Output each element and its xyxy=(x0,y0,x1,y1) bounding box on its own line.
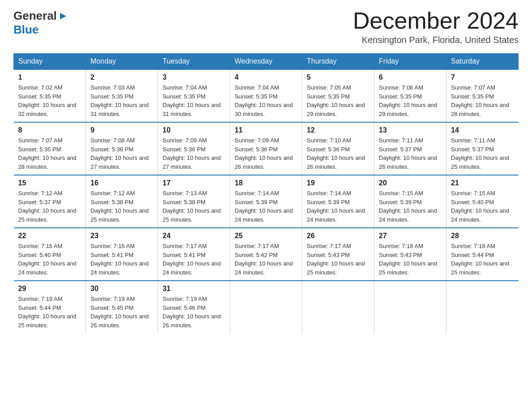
table-row: 5Sunrise: 7:05 AMSunset: 5:35 PMDaylight… xyxy=(302,69,374,122)
day-number: 7 xyxy=(451,73,514,81)
table-row: 30Sunrise: 7:19 AMSunset: 5:45 PMDayligh… xyxy=(86,281,158,333)
table-row: 27Sunrise: 7:18 AMSunset: 5:43 PMDayligh… xyxy=(374,228,446,281)
calendar-week-row: 29Sunrise: 7:19 AMSunset: 5:44 PMDayligh… xyxy=(14,281,519,333)
day-number: 18 xyxy=(235,179,297,187)
day-info: Sunrise: 7:11 AMSunset: 5:37 PMDaylight:… xyxy=(379,136,442,171)
table-row: 6Sunrise: 7:06 AMSunset: 5:35 PMDaylight… xyxy=(374,69,446,122)
calendar-week-row: 15Sunrise: 7:12 AMSunset: 5:37 PMDayligh… xyxy=(14,175,519,228)
table-row: 21Sunrise: 7:15 AMSunset: 5:40 PMDayligh… xyxy=(446,175,519,228)
logo-blue-text: Blue xyxy=(13,23,39,37)
day-number: 24 xyxy=(163,232,225,240)
calendar-header-row: Sunday Monday Tuesday Wednesday Thursday… xyxy=(14,54,519,70)
day-info: Sunrise: 7:12 AMSunset: 5:37 PMDaylight:… xyxy=(18,189,82,224)
col-monday: Monday xyxy=(86,54,158,70)
table-row: 19Sunrise: 7:14 AMSunset: 5:39 PMDayligh… xyxy=(302,175,374,228)
day-info: Sunrise: 7:18 AMSunset: 5:44 PMDaylight:… xyxy=(451,242,514,277)
day-number: 16 xyxy=(90,179,153,187)
day-info: Sunrise: 7:14 AMSunset: 5:39 PMDaylight:… xyxy=(235,189,297,224)
table-row: 25Sunrise: 7:17 AMSunset: 5:42 PMDayligh… xyxy=(230,228,302,281)
calendar-week-row: 1Sunrise: 7:02 AMSunset: 5:35 PMDaylight… xyxy=(14,69,519,122)
day-info: Sunrise: 7:17 AMSunset: 5:41 PMDaylight:… xyxy=(163,242,225,277)
day-info: Sunrise: 7:07 AMSunset: 5:35 PMDaylight:… xyxy=(18,136,82,171)
day-info: Sunrise: 7:05 AMSunset: 5:35 PMDaylight:… xyxy=(307,83,369,118)
svg-marker-0 xyxy=(60,13,66,19)
day-number: 28 xyxy=(451,232,514,240)
table-row: 31Sunrise: 7:19 AMSunset: 5:46 PMDayligh… xyxy=(158,281,230,333)
table-row: 16Sunrise: 7:12 AMSunset: 5:38 PMDayligh… xyxy=(86,175,158,228)
day-number: 13 xyxy=(379,126,442,134)
table-row: 7Sunrise: 7:07 AMSunset: 5:35 PMDaylight… xyxy=(446,69,519,122)
day-info: Sunrise: 7:04 AMSunset: 5:35 PMDaylight:… xyxy=(163,83,225,118)
day-info: Sunrise: 7:17 AMSunset: 5:42 PMDaylight:… xyxy=(235,242,297,277)
title-area: December 2024 Kensington Park, Florida, … xyxy=(353,9,519,45)
day-number: 6 xyxy=(379,73,442,81)
day-number: 15 xyxy=(18,179,82,187)
col-sunday: Sunday xyxy=(14,54,86,70)
day-info: Sunrise: 7:16 AMSunset: 5:41 PMDaylight:… xyxy=(90,242,153,277)
day-info: Sunrise: 7:14 AMSunset: 5:39 PMDaylight:… xyxy=(307,189,369,224)
table-row: 22Sunrise: 7:16 AMSunset: 5:40 PMDayligh… xyxy=(14,228,86,281)
col-thursday: Thursday xyxy=(302,54,374,70)
day-info: Sunrise: 7:17 AMSunset: 5:43 PMDaylight:… xyxy=(307,242,369,277)
table-row: 11Sunrise: 7:09 AMSunset: 5:36 PMDayligh… xyxy=(230,122,302,175)
calendar-table: Sunday Monday Tuesday Wednesday Thursday… xyxy=(13,53,519,333)
logo: General Blue xyxy=(13,9,68,37)
day-info: Sunrise: 7:19 AMSunset: 5:44 PMDaylight:… xyxy=(18,295,82,330)
day-info: Sunrise: 7:18 AMSunset: 5:43 PMDaylight:… xyxy=(379,242,442,277)
table-row: 26Sunrise: 7:17 AMSunset: 5:43 PMDayligh… xyxy=(302,228,374,281)
day-info: Sunrise: 7:09 AMSunset: 5:36 PMDaylight:… xyxy=(163,136,225,171)
day-number: 17 xyxy=(163,179,225,187)
logo-arrow-icon xyxy=(58,11,68,21)
day-number: 21 xyxy=(451,179,514,187)
table-row: 8Sunrise: 7:07 AMSunset: 5:35 PMDaylight… xyxy=(14,122,86,175)
day-info: Sunrise: 7:15 AMSunset: 5:40 PMDaylight:… xyxy=(451,189,514,224)
day-info: Sunrise: 7:09 AMSunset: 5:36 PMDaylight:… xyxy=(235,136,297,171)
table-row: 23Sunrise: 7:16 AMSunset: 5:41 PMDayligh… xyxy=(86,228,158,281)
day-number: 19 xyxy=(307,179,369,187)
col-saturday: Saturday xyxy=(446,54,519,70)
day-number: 1 xyxy=(18,73,82,81)
day-number: 14 xyxy=(451,126,514,134)
logo-general-text: General xyxy=(13,9,57,23)
col-friday: Friday xyxy=(374,54,446,70)
day-number: 10 xyxy=(163,126,225,134)
day-info: Sunrise: 7:19 AMSunset: 5:45 PMDaylight:… xyxy=(90,295,153,330)
table-row: 13Sunrise: 7:11 AMSunset: 5:37 PMDayligh… xyxy=(374,122,446,175)
day-info: Sunrise: 7:16 AMSunset: 5:40 PMDaylight:… xyxy=(18,242,82,277)
day-number: 2 xyxy=(90,73,153,81)
day-info: Sunrise: 7:02 AMSunset: 5:35 PMDaylight:… xyxy=(18,83,82,118)
day-info: Sunrise: 7:10 AMSunset: 5:36 PMDaylight:… xyxy=(307,136,369,171)
table-row: 1Sunrise: 7:02 AMSunset: 5:35 PMDaylight… xyxy=(14,69,86,122)
day-number: 22 xyxy=(18,232,82,240)
table-row: 3Sunrise: 7:04 AMSunset: 5:35 PMDaylight… xyxy=(158,69,230,122)
table-row: 28Sunrise: 7:18 AMSunset: 5:44 PMDayligh… xyxy=(446,228,519,281)
day-info: Sunrise: 7:19 AMSunset: 5:46 PMDaylight:… xyxy=(163,295,225,330)
day-number: 25 xyxy=(235,232,297,240)
day-info: Sunrise: 7:04 AMSunset: 5:35 PMDaylight:… xyxy=(235,83,297,118)
day-number: 26 xyxy=(307,232,369,240)
day-number: 29 xyxy=(18,285,82,293)
day-number: 9 xyxy=(90,126,153,134)
page-header: General Blue December 2024 Kensington Pa… xyxy=(13,9,519,45)
day-info: Sunrise: 7:12 AMSunset: 5:38 PMDaylight:… xyxy=(90,189,153,224)
day-number: 27 xyxy=(379,232,442,240)
table-row: 29Sunrise: 7:19 AMSunset: 5:44 PMDayligh… xyxy=(14,281,86,333)
col-wednesday: Wednesday xyxy=(230,54,302,70)
day-number: 12 xyxy=(307,126,369,134)
day-info: Sunrise: 7:06 AMSunset: 5:35 PMDaylight:… xyxy=(379,83,442,118)
table-row: 14Sunrise: 7:11 AMSunset: 5:37 PMDayligh… xyxy=(446,122,519,175)
day-number: 23 xyxy=(90,232,153,240)
table-row xyxy=(446,281,519,333)
col-tuesday: Tuesday xyxy=(158,54,230,70)
table-row: 4Sunrise: 7:04 AMSunset: 5:35 PMDaylight… xyxy=(230,69,302,122)
table-row xyxy=(302,281,374,333)
table-row: 24Sunrise: 7:17 AMSunset: 5:41 PMDayligh… xyxy=(158,228,230,281)
calendar-week-row: 22Sunrise: 7:16 AMSunset: 5:40 PMDayligh… xyxy=(14,228,519,281)
table-row: 12Sunrise: 7:10 AMSunset: 5:36 PMDayligh… xyxy=(302,122,374,175)
table-row: 18Sunrise: 7:14 AMSunset: 5:39 PMDayligh… xyxy=(230,175,302,228)
day-number: 8 xyxy=(18,126,82,134)
day-info: Sunrise: 7:08 AMSunset: 5:36 PMDaylight:… xyxy=(90,136,153,171)
day-info: Sunrise: 7:13 AMSunset: 5:38 PMDaylight:… xyxy=(163,189,225,224)
day-info: Sunrise: 7:03 AMSunset: 5:35 PMDaylight:… xyxy=(90,83,153,118)
table-row: 20Sunrise: 7:15 AMSunset: 5:39 PMDayligh… xyxy=(374,175,446,228)
